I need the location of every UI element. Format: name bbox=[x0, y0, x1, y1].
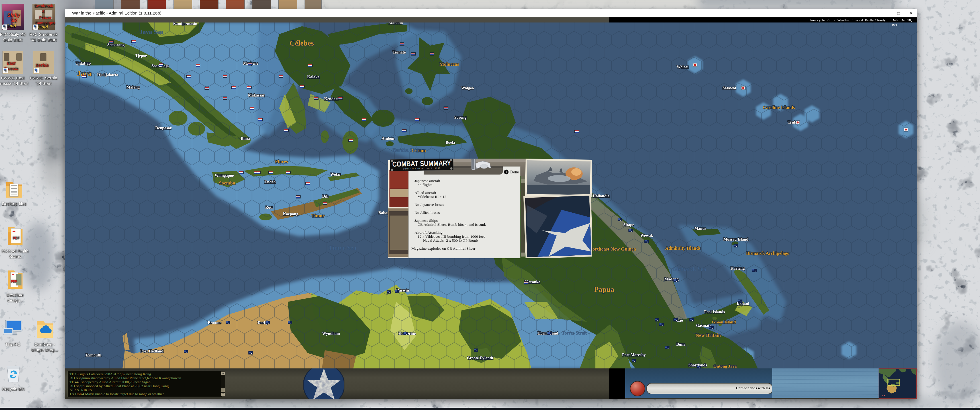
svg-text:Manado: Manado bbox=[388, 22, 403, 25]
svg-text:PDF: PDF bbox=[11, 280, 17, 283]
svg-text:Kavieng: Kavieng bbox=[730, 266, 745, 270]
svg-text:Koepang: Koepang bbox=[283, 212, 298, 216]
svg-text:Wetar: Wetar bbox=[330, 172, 341, 176]
svg-text:Boela: Boela bbox=[445, 140, 455, 145]
svg-text:Satawal: Satawal bbox=[722, 86, 736, 90]
svg-text:Truk: Truk bbox=[788, 120, 796, 124]
svg-text:Célebes: Célebes bbox=[290, 39, 313, 47]
svg-text:Bima: Bima bbox=[241, 137, 250, 141]
svg-text:Exmouth: Exmouth bbox=[86, 353, 101, 358]
svg-text:Bismarck Archipelago: Bismarck Archipelago bbox=[746, 251, 789, 256]
svg-text:Bandjermasin: Bandjermasin bbox=[173, 22, 197, 26]
svg-text:Woleai: Woleai bbox=[676, 65, 688, 69]
svg-text:Sorong: Sorong bbox=[454, 115, 467, 119]
svg-text:Aitape: Aitape bbox=[623, 222, 634, 227]
svg-text:Timor: Timor bbox=[311, 213, 325, 218]
svg-text:Makassar: Makassar bbox=[248, 93, 265, 97]
svg-text:Malang: Malang bbox=[126, 85, 140, 89]
svg-text:Wyndham: Wyndham bbox=[322, 331, 340, 336]
svg-text:Soemba: Soemba bbox=[219, 180, 235, 186]
svg-text:Ambon: Ambon bbox=[382, 137, 395, 141]
svg-text:Groote Eylandt: Groote Eylandt bbox=[467, 356, 493, 360]
svg-text:Feni Islands: Feni Islands bbox=[704, 310, 725, 314]
svg-text:Kolaka: Kolaka bbox=[307, 75, 320, 79]
svg-text:Port Moresby: Port Moresby bbox=[622, 353, 646, 357]
svg-text:Djokjakarta: Djokjakarta bbox=[97, 73, 118, 77]
svg-text:Kendari: Kendari bbox=[324, 97, 339, 101]
svg-text:Hollandia: Hollandia bbox=[593, 194, 609, 198]
svg-text:Waingapoe: Waingapoe bbox=[215, 173, 234, 178]
svg-text:Torres Strait: Torres Strait bbox=[562, 331, 587, 335]
svg-text:Wewak: Wewak bbox=[640, 234, 653, 238]
svg-text:Roti: Roti bbox=[265, 205, 273, 210]
svg-text:Bismarck Sea: Bismarck Sea bbox=[673, 266, 706, 272]
svg-text:Timor Sea: Timor Sea bbox=[328, 244, 356, 251]
svg-text:Denpasar: Denpasar bbox=[155, 126, 172, 130]
svg-text:New Britain: New Britain bbox=[696, 332, 721, 338]
svg-text:▲▼: ▲▼ bbox=[881, 395, 885, 397]
svg-text:Manus: Manus bbox=[694, 226, 706, 230]
svg-text:Babar: Babar bbox=[378, 211, 389, 215]
svg-text:Moluccas: Moluccas bbox=[439, 62, 459, 67]
svg-text:Buna: Buna bbox=[676, 342, 686, 346]
svg-text:Green Island: Green Island bbox=[712, 320, 736, 324]
svg-text:Waigeo: Waigeo bbox=[461, 86, 474, 90]
svg-text:Banda Sea: Banda Sea bbox=[392, 147, 418, 153]
svg-text:Dili: Dili bbox=[322, 194, 328, 199]
svg-text:Mussau Island: Mussau Island bbox=[723, 237, 748, 242]
svg-text:Tjilatjap: Tjilatjap bbox=[76, 61, 91, 65]
svg-text:PDF: PDF bbox=[13, 236, 20, 240]
svg-text:Papua: Papua bbox=[594, 285, 614, 294]
svg-text:Port Hedland: Port Hedland bbox=[140, 349, 163, 353]
svg-text:Northeast New Guinea: Northeast New Guinea bbox=[589, 246, 636, 252]
svg-text:Tjepoe: Tjepoe bbox=[135, 54, 147, 58]
svg-text:Ternate: Ternate bbox=[393, 50, 406, 54]
svg-text:Caroline Islands: Caroline Islands bbox=[763, 105, 795, 110]
svg-text:Gasmata: Gasmata bbox=[696, 323, 711, 328]
svg-text:Broome: Broome bbox=[208, 321, 221, 325]
svg-text:Endeh: Endeh bbox=[265, 180, 276, 184]
svg-text:Admiralty Islands: Admiralty Islands bbox=[665, 246, 700, 251]
svg-text:Ontong Java: Ontong Java bbox=[713, 364, 737, 369]
svg-text:Flores: Flores bbox=[275, 159, 288, 164]
svg-text:Arafura Sea: Arafura Sea bbox=[465, 277, 495, 283]
svg-text:Java Sea: Java Sea bbox=[140, 28, 163, 35]
